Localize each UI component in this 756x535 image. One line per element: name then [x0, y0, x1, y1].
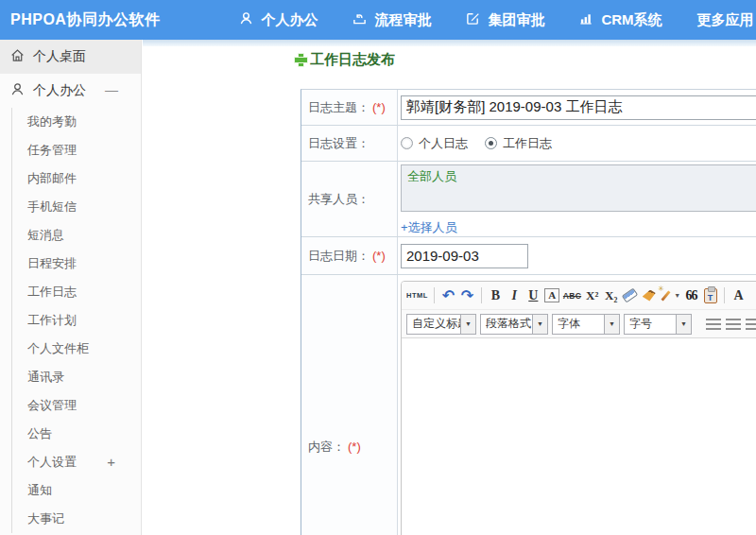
- eraser-icon: [622, 288, 638, 303]
- select-members-link[interactable]: +选择人员: [401, 219, 457, 236]
- editor-content-area[interactable]: [402, 338, 756, 535]
- sidebar-item-label: 内部邮件: [27, 171, 77, 185]
- clean-format-button[interactable]: [641, 285, 657, 305]
- rich-text-editor: HTML ↶ ↷ B I U A ABC X² X₂ ▼: [401, 281, 756, 535]
- required-mark: (*): [372, 100, 386, 114]
- sidebar-item-label: 大事记: [27, 511, 64, 526]
- sidebar-submenu-item[interactable]: 内部邮件: [12, 164, 141, 193]
- form-row-log-settings: 日志设置： 个人日志 工作日志: [301, 126, 756, 162]
- select-caret-icon: ▼: [460, 315, 475, 334]
- align-left-icon: [706, 319, 721, 330]
- sidebar-submenu-item[interactable]: 手机短信: [12, 193, 141, 221]
- align-right-button[interactable]: [745, 314, 756, 334]
- custom-heading-select[interactable]: 自定义标题 ▼: [406, 314, 476, 335]
- sidebar-item-label: 个人设置: [27, 455, 77, 469]
- font-color-button[interactable]: A: [730, 285, 747, 305]
- paste-text-button[interactable]: T: [702, 285, 718, 305]
- sidebar-group-personal-office[interactable]: 个人办公 —: [0, 74, 141, 108]
- paragraph-format-select[interactable]: 段落格式 ▼: [480, 314, 548, 335]
- sidebar-group-label: 个人办公: [33, 82, 86, 99]
- sidebar-submenu-item[interactable]: 大事记: [12, 505, 141, 533]
- sidebar-item-label: 日程安排: [27, 256, 77, 270]
- expand-plus-icon[interactable]: +: [107, 448, 115, 476]
- form-row-share-members: 共享人员： 全部人员 +选择人员: [301, 162, 756, 237]
- sidebar-item-personal-desktop[interactable]: 个人桌面: [0, 40, 141, 74]
- magic-wand-icon: [660, 289, 672, 302]
- nav-item-process-approval[interactable]: 流程审批: [352, 11, 431, 29]
- select-caret-icon: ▼: [676, 315, 691, 334]
- sidebar-submenu-item[interactable]: 我的考勤: [12, 108, 141, 136]
- user-icon: [239, 11, 253, 28]
- sidebar-submenu-item[interactable]: 公告: [12, 420, 141, 448]
- select-caret-icon: ▼: [604, 315, 619, 334]
- subscript-button[interactable]: X₂: [603, 285, 619, 305]
- sidebar-submenu: 我的考勤 任务管理 内部邮件 手机短信: [11, 108, 141, 533]
- sidebar-submenu-item[interactable]: 任务管理: [12, 136, 141, 164]
- editor-toolbar-row2: 自定义标题 ▼ 段落格式 ▼ 字体 ▼ 字号 ▼: [402, 310, 756, 338]
- nav-item-group-approval[interactable]: 集团审批: [466, 11, 544, 29]
- sidebar-item-label: 个人文件柜: [27, 341, 89, 355]
- sidebar-submenu-item[interactable]: 通知: [12, 476, 141, 505]
- align-left-button[interactable]: [705, 314, 721, 334]
- nav-label: 个人办公: [261, 11, 318, 29]
- radio-label: 工作日志: [503, 135, 552, 152]
- autoformat-button[interactable]: ▼: [660, 285, 680, 305]
- radio-checked-icon[interactable]: [485, 137, 497, 149]
- boxed-a-icon: A: [544, 288, 559, 302]
- content-top-strip: [143, 40, 756, 46]
- redo-button[interactable]: ↷: [459, 285, 475, 305]
- eraser-button[interactable]: [622, 285, 638, 305]
- process-approval-icon: [352, 11, 367, 28]
- nav-item-personal-office[interactable]: 个人办公: [239, 11, 318, 29]
- sidebar-item-label: 通讯录: [27, 370, 64, 384]
- sidebar-submenu-item[interactable]: 短消息: [12, 221, 141, 250]
- nav-item-more-apps[interactable]: 更多应用: [697, 11, 754, 29]
- phpoa-app-window: PHPOA协同办公软件 个人办公 流程审批 集团审批: [0, 0, 756, 535]
- page-title: 工作日志发布: [295, 51, 395, 69]
- sidebar-item-label: 任务管理: [27, 143, 77, 157]
- sidebar-item-label: 公告: [27, 426, 52, 440]
- font-family-select[interactable]: 字体 ▼: [552, 314, 620, 335]
- bold-button[interactable]: B: [488, 285, 504, 305]
- sidebar-submenu-item[interactable]: 个人设置 +: [12, 448, 141, 476]
- align-center-button[interactable]: [725, 314, 741, 334]
- collapse-minus-icon[interactable]: —: [105, 82, 118, 97]
- font-style-button[interactable]: A: [544, 285, 560, 305]
- superscript-button[interactable]: X²: [584, 285, 600, 305]
- nav-label: 集团审批: [488, 11, 544, 29]
- share-members-box[interactable]: 全部人员: [401, 164, 756, 212]
- align-right-icon: [746, 319, 756, 330]
- form-row-subject: 日志主题： (*): [301, 90, 756, 126]
- radio-option-work-log[interactable]: 工作日志: [485, 135, 552, 152]
- sidebar-submenu-item[interactable]: 会议管理: [12, 391, 141, 420]
- user-icon: [10, 82, 25, 99]
- nav-item-crm-system[interactable]: CRM系统: [579, 11, 662, 29]
- sidebar-submenu-item[interactable]: 工作日志: [12, 278, 141, 306]
- nav-label: 流程审批: [374, 11, 431, 29]
- sidebar-submenu-item[interactable]: 工作计划: [12, 306, 141, 335]
- date-label: 日志日期：: [308, 248, 369, 265]
- radio-option-personal-log[interactable]: 个人日志: [401, 135, 468, 152]
- radio-unchecked-icon[interactable]: [401, 137, 413, 149]
- select-caret-icon: ▼: [532, 315, 547, 334]
- blockquote-button[interactable]: 66: [683, 285, 699, 305]
- sidebar-submenu-item[interactable]: 个人文件柜: [12, 335, 141, 363]
- underline-button[interactable]: U: [525, 285, 541, 305]
- sidebar-submenu-item[interactable]: 日程安排: [12, 250, 141, 278]
- date-input[interactable]: [401, 244, 528, 268]
- undo-button[interactable]: ↶: [440, 285, 456, 305]
- editor-toolbar-row1: HTML ↶ ↷ B I U A ABC X² X₂ ▼: [402, 282, 756, 310]
- add-plus-icon: [295, 54, 307, 66]
- align-center-icon: [726, 319, 741, 330]
- italic-button[interactable]: I: [507, 285, 523, 305]
- strikethrough-button[interactable]: ABC: [563, 285, 581, 305]
- subject-input[interactable]: [401, 95, 756, 120]
- sidebar-submenu-item[interactable]: 通讯录: [12, 363, 141, 391]
- form-row-log-date: 日志日期： (*): [301, 237, 756, 275]
- font-size-select[interactable]: 字号 ▼: [624, 314, 692, 335]
- bar-chart-icon: [579, 11, 593, 28]
- sidebar-item-label: 手机短信: [27, 199, 77, 214]
- sidebar-item-label: 工作计划: [27, 313, 77, 327]
- html-source-button[interactable]: HTML: [406, 285, 428, 305]
- radio-label: 个人日志: [419, 135, 468, 152]
